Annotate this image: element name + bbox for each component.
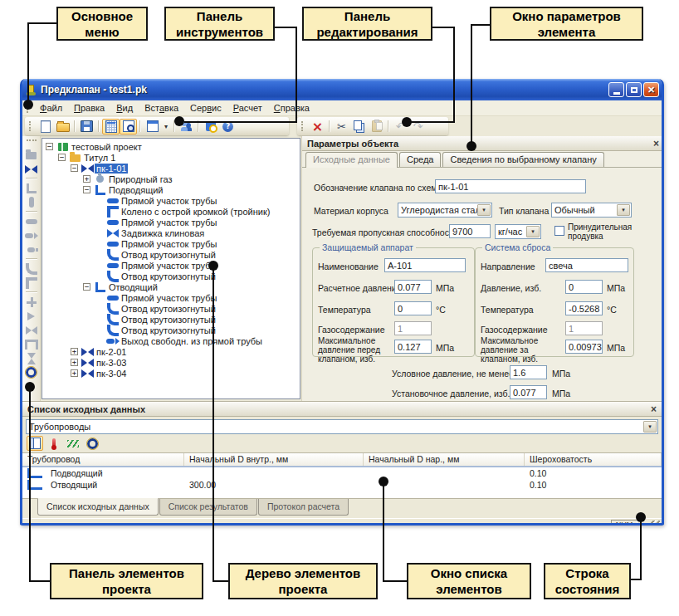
column-header[interactable]: Начальный D нар., мм xyxy=(364,453,525,466)
tree-item[interactable]: −Титул 1 xyxy=(46,152,300,163)
thermometer-button[interactable] xyxy=(46,436,62,451)
tree-item[interactable]: Отвод крутоизогнутый xyxy=(46,325,300,335)
edit-toolbar-grip[interactable] xyxy=(301,121,305,131)
direction-input[interactable]: свеча xyxy=(545,258,628,272)
tree-item[interactable]: Отвод крутоизогнутый xyxy=(46,249,300,260)
corner-tool-button[interactable] xyxy=(22,276,40,290)
copy-button[interactable] xyxy=(350,119,368,134)
pipe-tool-button[interactable] xyxy=(22,214,40,228)
tree-item[interactable]: Отвод крутоизогнутый xyxy=(46,271,300,281)
expand-toggle[interactable]: + xyxy=(71,348,78,355)
menu-item[interactable]: Правка xyxy=(68,102,110,114)
tree-item[interactable]: −пк-1-01 xyxy=(46,163,300,174)
close-button[interactable]: ✕ xyxy=(643,82,659,97)
dropdown-arrow-button[interactable]: ▾ xyxy=(161,119,171,134)
max-pressure-after-input[interactable]: 0.00973 xyxy=(565,340,603,354)
title-bar[interactable]: Предклапан - test1.pk ✕ xyxy=(20,79,664,100)
column-header[interactable]: Шероховатость xyxy=(525,453,662,466)
window-button[interactable] xyxy=(144,119,161,134)
collapse-toggle[interactable]: − xyxy=(46,143,53,150)
menu-item[interactable]: Файл xyxy=(34,102,68,114)
paste-button[interactable] xyxy=(368,119,385,134)
tree-item[interactable]: Задвижка клиновая xyxy=(46,227,300,238)
ring-tool-button[interactable] xyxy=(22,365,40,379)
tree-item[interactable]: −Отводящий xyxy=(46,281,300,292)
cross-tool-button[interactable] xyxy=(22,295,40,309)
nominal-pressure-input[interactable]: 1.6 xyxy=(510,365,547,379)
undo-button[interactable]: ↶ xyxy=(392,119,409,134)
folder-tool-button[interactable] xyxy=(22,148,40,162)
collapse-toggle[interactable]: − xyxy=(83,283,90,291)
tree-item[interactable]: +пк-2-01 xyxy=(46,346,300,357)
table-row[interactable]: Подводящий0.10 xyxy=(22,467,662,479)
valve-type-select[interactable]: Обычный xyxy=(551,203,632,218)
designation-input[interactable]: пк-1-01 xyxy=(435,179,586,193)
gate-tool-button[interactable] xyxy=(22,323,40,337)
resize-grip[interactable] xyxy=(651,521,660,526)
material-select[interactable]: Углеродистая сталь xyxy=(398,203,492,218)
menu-grip[interactable] xyxy=(27,103,31,113)
name-input[interactable]: А-101 xyxy=(384,258,466,272)
calculator-button[interactable] xyxy=(102,119,120,134)
delete-button[interactable]: × xyxy=(309,119,326,134)
tree-item[interactable]: −тестовый проект xyxy=(46,141,300,152)
valve-v-tool-button[interactable] xyxy=(22,351,40,365)
tree-item[interactable]: +пк-3-03 xyxy=(46,357,300,368)
tree-item[interactable]: +Природный газ xyxy=(46,174,300,184)
dis-temp-input[interactable]: -0.5268 xyxy=(565,301,603,315)
help-button[interactable]: ? xyxy=(219,119,237,134)
elbow-tool-button[interactable] xyxy=(22,262,40,276)
menu-item[interactable]: Сервис xyxy=(184,102,227,114)
tree-item[interactable]: Прямой участок трубы xyxy=(46,217,300,227)
menu-item[interactable]: Вид xyxy=(110,102,139,114)
users-button[interactable] xyxy=(178,119,195,134)
tree-item[interactable]: Прямой участок трубы xyxy=(46,238,300,249)
hatch-button[interactable] xyxy=(65,436,81,451)
pipe-stub-tool-button[interactable] xyxy=(22,242,40,257)
tree-item[interactable]: +пк-3-04 xyxy=(46,368,300,379)
tree-item[interactable]: Прямой участок трубы xyxy=(46,195,300,206)
tree-item[interactable]: Прямой участок трубы xyxy=(46,292,300,303)
sheet-button[interactable] xyxy=(27,436,43,451)
cut-button[interactable]: ✂ xyxy=(333,119,350,134)
menu-item[interactable]: Вставка xyxy=(139,102,184,114)
tree-item[interactable]: Отвод крутоизогнутый xyxy=(46,314,300,325)
collapse-toggle[interactable]: − xyxy=(83,186,90,193)
capacity-input[interactable]: 9700 xyxy=(449,224,491,238)
purge-checkbox[interactable] xyxy=(554,226,564,236)
valve-tool-button[interactable] xyxy=(22,162,40,176)
zoom-window-button[interactable] xyxy=(120,119,137,134)
open-folder-button[interactable] xyxy=(54,119,71,134)
dis-pressure-input[interactable]: 0 xyxy=(565,280,603,294)
datalist-close-icon[interactable]: × xyxy=(651,405,657,413)
menu-item[interactable]: Расчет xyxy=(227,102,268,114)
elements-toolbar-grip[interactable] xyxy=(27,139,37,144)
ring-button[interactable] xyxy=(84,436,100,451)
new-document-button[interactable] xyxy=(37,119,54,134)
redo-button[interactable]: ↷ xyxy=(409,119,427,134)
view-tab[interactable]: Протокол расчета xyxy=(258,499,349,516)
view-tab[interactable]: Список исходных данных xyxy=(37,498,159,516)
vessel-tool-button[interactable] xyxy=(22,195,40,209)
view-tab[interactable]: Список результатов xyxy=(159,499,257,516)
gear-button[interactable] xyxy=(202,119,219,134)
set-pressure-input[interactable]: 0.077 xyxy=(510,385,547,399)
capacity-unit-select[interactable]: кг/час xyxy=(495,224,541,239)
calc-pressure-input[interactable]: 0.077 xyxy=(394,280,432,294)
expand-toggle[interactable]: + xyxy=(71,369,78,377)
params-tab[interactable]: Исходные данные xyxy=(305,152,398,168)
temp-input[interactable]: 0 xyxy=(394,301,432,315)
column-header[interactable]: Начальный D внутр., мм xyxy=(184,453,364,466)
column-header[interactable]: Трубопровод xyxy=(22,453,184,466)
menu-item[interactable]: Справка xyxy=(268,102,315,114)
expand-toggle[interactable]: + xyxy=(83,175,90,183)
collapse-toggle[interactable]: − xyxy=(58,154,66,161)
pipe-l-tool-button[interactable] xyxy=(22,181,40,195)
category-select[interactable]: Трубопроводы xyxy=(26,419,658,434)
maximize-button[interactable] xyxy=(626,82,642,97)
params-tab[interactable]: Сведения по выбранному клапану xyxy=(442,152,603,167)
params-close-icon[interactable]: × xyxy=(653,139,659,148)
table-row[interactable]: Отводящий300.000.10 xyxy=(22,479,662,491)
triangle-tool-button[interactable] xyxy=(22,309,40,323)
toolbar-grip[interactable] xyxy=(29,121,33,131)
